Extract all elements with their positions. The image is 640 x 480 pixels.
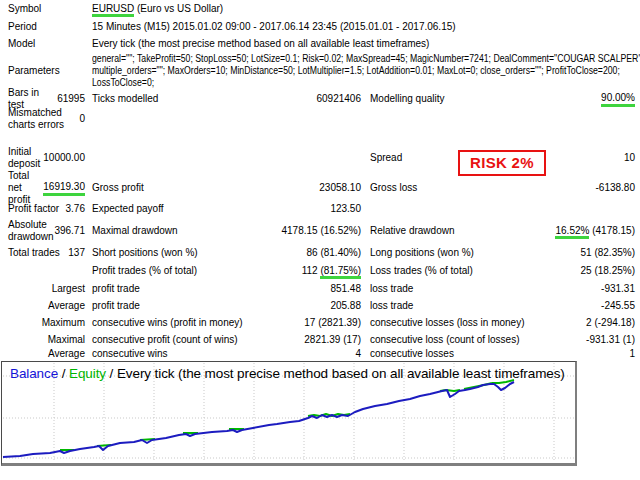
loss-trades-label: Loss trades (% of total) (370, 265, 473, 277)
row-average-trade: Average profit trade205.88 loss trade-24… (0, 299, 640, 313)
model-value: Every tick (the most precise method base… (92, 38, 429, 50)
avg-consec-wins-value: 4 (355, 348, 361, 360)
largest-profit-label: profit trade (92, 283, 140, 295)
maximal-loss-label: consecutive loss (count of losses) (370, 334, 520, 346)
expected-payoff-value: 123.50 (330, 203, 361, 215)
profit-trades-label: Profit trades (% of total) (92, 265, 197, 277)
largest-loss-value: -931.31 (601, 283, 635, 295)
net-profit-label: Total net profit (8, 170, 43, 206)
long-positions-label: Long positions (won %) (370, 247, 474, 259)
row-maximal-consecutive: Maximal consecutive profit (count of win… (0, 333, 640, 347)
avg-consec-losses-label: consecutive losses (370, 348, 454, 360)
max-consec-losses-value: 2 (-294.18) (586, 317, 635, 329)
row-average-consecutive: Average consecutive wins4 consecutive lo… (0, 347, 640, 361)
absolute-dd-label: Absolute drawdown (8, 219, 54, 243)
mismatched-value: 0 (79, 113, 85, 125)
deposit-label: Initial deposit (8, 146, 43, 170)
average-loss-label: loss trade (370, 300, 413, 312)
avg-consec-wins-label: consecutive wins (92, 348, 168, 360)
period-value: 15 Minutes (M15) 2015.01.02 09:00 - 2017… (92, 21, 456, 33)
avg-consec-losses-value: 1 (629, 348, 635, 360)
model-label: Model (8, 38, 35, 50)
maximal-profit-value: 2821.39 (17) (304, 334, 361, 346)
profit-factor-label: Profit factor (8, 203, 59, 215)
mismatched-label: Mismatched charts errors (8, 107, 68, 131)
spread-value: 10 (624, 152, 635, 164)
balance-chart: Balance / Equity / Every tick (the most … (1, 361, 577, 466)
parameters-line-2: multiple_orders=""; MaxOrders=10; MinDis… (92, 65, 620, 77)
short-positions-value: 86 (81.40%) (307, 247, 361, 259)
maximal-profit-label: consecutive profit (count of wins) (92, 334, 238, 346)
parameters-label: Parameters (8, 65, 60, 77)
largest-profit-value: 851.48 (330, 283, 361, 295)
row-total-trades: Total trades137 Short positions (won %)8… (0, 246, 640, 260)
maximal-loss-value: -931.31 (1) (586, 334, 635, 346)
long-positions-value: 51 (82.35%) (581, 247, 635, 259)
short-positions-label: Short positions (won %) (92, 247, 198, 259)
row-model: Model Every tick (the most precise metho… (0, 37, 640, 51)
spread-label: Spread (370, 152, 402, 164)
row-mismatched: Mismatched charts errors0 (0, 102, 640, 136)
gross-profit-value: 23058.10 (319, 182, 361, 194)
row-maximum-consecutive: Maximum consecutive wins (profit in mone… (0, 316, 640, 330)
strategy-tester-report: Symbol EURUSD (Euro vs US Dollar) Period… (0, 0, 640, 480)
average-loss-value: -245.55 (601, 300, 635, 312)
total-trades-label: Total trades (8, 247, 60, 259)
chart-title-model: / Every tick (the most precise method ba… (106, 366, 565, 381)
parameters-line-3: LossToClose=0; (92, 77, 154, 89)
total-trades-value: 137 (68, 247, 85, 259)
gross-loss-value: -6138.80 (596, 182, 635, 194)
maximal-dd-label: Maximal drawdown (92, 225, 178, 237)
row-parameters: Parameters general=""; TakeProfit=50; St… (0, 53, 640, 89)
profit-trades-value: 112 (81.75%) (302, 265, 361, 277)
symbol-highlight: EURUSD (92, 3, 134, 17)
average-profit-label: profit trade (92, 300, 140, 312)
maximal-label: Maximal (48, 334, 85, 346)
row-profit-factor: Profit factor3.76 Expected payoff123.50 (0, 202, 640, 216)
row-period: Period 15 Minutes (M15) 2015.01.02 09:00… (0, 20, 640, 34)
row-drawdown: Absolute drawdown396.71 Maximal drawdown… (0, 219, 640, 243)
loss-trades-value: 25 (18.25%) (581, 265, 635, 277)
row-profit-trades: Profit trades (% of total)112 (81.75%) L… (0, 264, 640, 278)
row-net-profit: Total net profit16919.30 Gross profit230… (0, 176, 640, 200)
period-label: Period (8, 21, 37, 33)
net-profit-value: 16919.30 (43, 181, 85, 196)
symbol-label: Symbol (8, 3, 41, 15)
largest-label: Largest (52, 283, 85, 295)
largest-loss-label: loss trade (370, 283, 413, 295)
max-consec-wins-value: 17 (2821.39) (304, 317, 361, 329)
parameters-line-1: general=""; TakeProfit=50; StopLoss=50; … (92, 53, 640, 65)
symbol-value: EURUSD (Euro vs US Dollar) (92, 3, 223, 15)
average-profit-value: 205.88 (330, 300, 361, 312)
row-symbol: Symbol EURUSD (Euro vs US Dollar) (0, 2, 640, 16)
maximum-label: Maximum (42, 317, 85, 329)
expected-payoff-label: Expected payoff (92, 203, 164, 215)
row-largest: Largest profit trade851.48 loss trade-93… (0, 282, 640, 296)
relative-dd-label: Relative drawdown (370, 225, 455, 237)
avg-consec-label: Average (48, 348, 85, 360)
max-consec-losses-label: consecutive losses (loss in money) (370, 317, 525, 329)
chart-title: Balance / Equity / Every tick (the most … (10, 365, 574, 382)
profit-factor-value: 3.76 (66, 203, 85, 215)
balance-line (3, 382, 514, 457)
gross-profit-label: Gross profit (92, 182, 144, 194)
relative-dd-value: 16.52% (4178.15) (555, 225, 635, 237)
risk-annotation: RISK 2% (458, 150, 546, 176)
max-consec-wins-label: consecutive wins (profit in money) (92, 317, 243, 329)
absolute-dd-value: 396.71 (54, 225, 85, 237)
chart-title-equity: Equity (69, 366, 106, 381)
gross-loss-label: Gross loss (370, 182, 417, 194)
average-label: Average (48, 300, 85, 312)
deposit-value: 10000.00 (43, 152, 85, 164)
maximal-dd-value: 4178.15 (16.52%) (281, 225, 361, 237)
chart-title-balance: Balance (10, 366, 58, 381)
